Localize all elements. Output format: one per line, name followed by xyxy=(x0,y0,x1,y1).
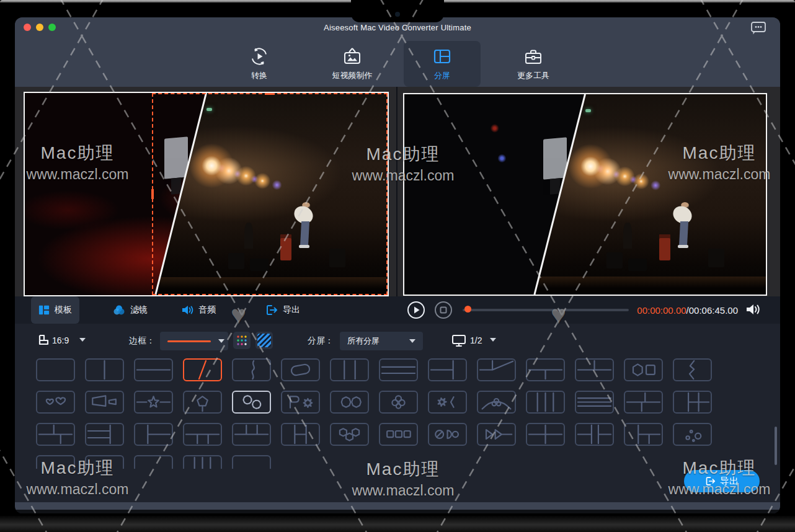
template-hexagon-square[interactable] xyxy=(624,358,663,381)
template-two-octagons[interactable] xyxy=(330,391,369,414)
split-filter-value: 所有分屏 xyxy=(347,335,380,347)
export-icon xyxy=(265,304,278,316)
template-star-split[interactable] xyxy=(134,391,173,414)
template-three-col-mid-split[interactable] xyxy=(281,423,320,446)
app-window: Aiseesoft Mac Video Converter Ultimate 转… xyxy=(15,17,780,513)
template-spark-chevron[interactable] xyxy=(428,391,467,414)
play-icon xyxy=(407,301,425,319)
convert-icon xyxy=(250,47,269,66)
template-curve-split[interactable] xyxy=(232,358,271,381)
template-clover[interactable] xyxy=(379,391,418,414)
tab-label: 短视频制作 xyxy=(332,70,373,81)
template-left-col-grid[interactable] xyxy=(673,391,712,414)
template-three-squares[interactable] xyxy=(379,423,418,446)
editor-tab-template[interactable]: 模板 xyxy=(31,296,79,324)
template-four-columns[interactable] xyxy=(526,391,565,414)
template-clipped-row-item-2[interactable] xyxy=(85,455,124,469)
aspect-ratio-control[interactable] xyxy=(35,332,52,349)
template-single-screen[interactable] xyxy=(36,358,75,381)
export-button[interactable]: 导出 xyxy=(684,470,760,492)
template-scatter-dots[interactable] xyxy=(673,423,712,446)
template-three-columns[interactable] xyxy=(330,358,369,381)
split-scene xyxy=(25,93,388,295)
export-button-label: 导出 xyxy=(720,476,739,487)
template-grid-mid-column[interactable] xyxy=(575,423,614,446)
template-two-hearts[interactable] xyxy=(36,391,75,414)
editor-tab-audio[interactable]: 音频 xyxy=(174,296,223,324)
tab-convert[interactable]: 转换 xyxy=(221,41,298,87)
template-left-rows-right-col[interactable] xyxy=(85,423,124,446)
template-left-col-quad[interactable] xyxy=(624,423,663,446)
tab-more-tools[interactable]: 更多工具 xyxy=(495,41,572,87)
template-clipped-row-item-5[interactable] xyxy=(232,455,271,469)
template-top-one-bottom-three[interactable] xyxy=(183,423,222,446)
filter-icon xyxy=(113,304,125,316)
template-two-banners[interactable] xyxy=(85,391,124,414)
editor-tab-label: 模板 xyxy=(55,304,72,316)
template-offset-grid[interactable] xyxy=(624,391,663,414)
aspect-ratio-value: 16:9 xyxy=(52,335,69,345)
template-clipped-row-item-3[interactable] xyxy=(134,455,173,469)
template-circle-mix[interactable] xyxy=(428,423,467,446)
border-color-button[interactable] xyxy=(233,332,251,349)
template-top-two-bottom-split[interactable] xyxy=(36,423,75,446)
template-p-burst[interactable] xyxy=(281,391,320,414)
template-two-gears[interactable] xyxy=(232,391,271,414)
audio-icon xyxy=(181,304,193,316)
template-top-three-bottom-one[interactable] xyxy=(232,423,271,446)
settings-row: 16:9 边框： 分屏： 所有分屏 1/2 xyxy=(15,324,780,358)
template-clipped-row-item-4[interactable] xyxy=(183,455,222,469)
volume-button[interactable] xyxy=(745,303,760,319)
screen-page-control[interactable] xyxy=(450,332,468,349)
template-four-rows[interactable] xyxy=(575,391,614,414)
speaker-icon xyxy=(745,303,760,316)
dropdown-caret xyxy=(409,339,415,343)
editor-preview-canvas[interactable] xyxy=(24,92,389,296)
feedback-button[interactable] xyxy=(750,21,766,35)
editor-tab-filter[interactable]: 滤镜 xyxy=(105,296,155,324)
border-pattern-button[interactable] xyxy=(255,332,273,349)
template-rounded-leaf[interactable] xyxy=(281,358,320,381)
window-bottom-edge xyxy=(15,510,780,513)
template-top-two-bottom-one[interactable] xyxy=(575,358,614,381)
border-style-dropdown[interactable] xyxy=(160,332,228,350)
short-video-icon xyxy=(343,47,362,66)
template-arch-clover[interactable] xyxy=(477,391,516,414)
toolbox-icon xyxy=(524,47,543,66)
template-three-hexagons[interactable] xyxy=(330,423,369,446)
template-scrollbar-thumb[interactable] xyxy=(775,427,777,465)
progress-thumb[interactable] xyxy=(464,306,471,313)
total-time: 00:06:45.00 xyxy=(689,305,738,316)
template-left-two-right-one[interactable] xyxy=(428,358,467,381)
window-title: Aiseesoft Mac Video Converter Ultimate xyxy=(15,23,780,32)
tab-short-video[interactable]: 短视频制作 xyxy=(314,41,391,87)
border-label: 边框： xyxy=(129,335,155,347)
stop-icon xyxy=(434,301,453,319)
template-corner-diagonal[interactable] xyxy=(477,358,516,381)
split-screen-icon xyxy=(433,47,451,66)
template-two-columns[interactable] xyxy=(85,358,124,381)
aspect-ratio-caret[interactable] xyxy=(79,338,86,342)
editor-tab-export[interactable]: 导出 xyxy=(258,296,308,324)
page-caret[interactable] xyxy=(490,338,496,342)
template-clipped-row-item-1[interactable] xyxy=(36,455,75,469)
template-top-one-bottom-two[interactable] xyxy=(526,358,565,381)
play-button[interactable] xyxy=(407,301,425,319)
template-left-col-right-rows[interactable] xyxy=(134,423,173,446)
stop-button[interactable] xyxy=(434,301,453,319)
footer-strip xyxy=(15,502,780,510)
template-diagonal-split[interactable] xyxy=(183,358,222,381)
message-bubble-icon xyxy=(750,21,766,36)
template-two-rows[interactable] xyxy=(134,358,173,381)
template-grid-2x2[interactable] xyxy=(526,423,565,446)
template-pentagon[interactable] xyxy=(183,391,222,414)
template-two-triangles[interactable] xyxy=(477,423,516,446)
template-zigzag-split[interactable] xyxy=(673,358,712,381)
title-bar: Aiseesoft Mac Video Converter Ultimate 转… xyxy=(15,17,780,87)
split-filter-dropdown[interactable]: 所有分屏 xyxy=(340,332,423,350)
split-scene xyxy=(404,94,766,295)
selected-cell-outline xyxy=(152,93,388,295)
tab-label: 分屏 xyxy=(434,70,450,81)
tab-split-screen[interactable]: 分屏 xyxy=(404,41,481,87)
template-three-rows[interactable] xyxy=(379,358,418,381)
